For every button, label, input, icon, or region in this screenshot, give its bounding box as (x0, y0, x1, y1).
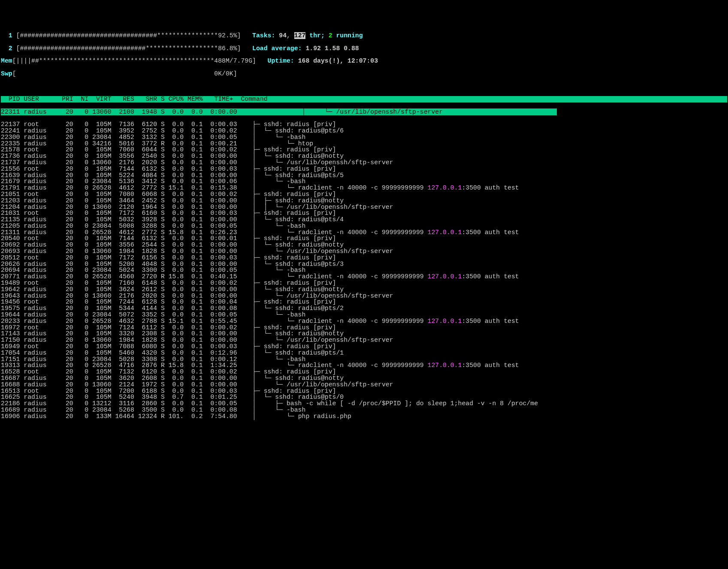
process-row[interactable]: 20692 radius 20 0 105M 3556 2544 S 0.0 0… (1, 242, 727, 248)
process-row[interactable]: 21556 root 20 0 105M 7144 6132 S 0.0 0.1… (1, 166, 727, 172)
process-row[interactable]: 21203 radius 20 0 105M 3464 2452 S 0.0 0… (1, 198, 727, 204)
blank-line (1, 83, 727, 90)
process-row[interactable]: 21135 radius 20 0 105M 5032 3928 S 0.0 0… (1, 217, 727, 223)
selected-command: │ └─ /usr/lib/openssh/sftp-server (241, 108, 557, 115)
process-row[interactable]: 21051 root 20 0 105M 7080 6068 S 0.0 0.1… (1, 191, 727, 198)
process-row[interactable]: 19642 radius 20 0 105M 3624 2612 S 0.0 0… (1, 286, 727, 293)
htop-screen[interactable]: 1 [####################################*… (1, 26, 727, 426)
process-row[interactable]: 20512 root 20 0 105M 7172 6156 S 0.0 0.1… (1, 255, 727, 261)
process-row[interactable]: 21791 radius 20 0 26528 4612 2772 S 15.1… (1, 185, 727, 191)
process-row[interactable]: 19489 root 20 0 105M 7160 6148 S 0.0 0.1… (1, 280, 727, 286)
process-row[interactable]: 22241 radius 20 0 105M 3952 2752 S 0.0 0… (1, 128, 727, 134)
process-row[interactable]: 22300 radius 20 0 23084 4852 3132 S 0.0 … (1, 134, 727, 141)
process-row[interactable]: 17150 radius 20 0 13060 1984 1828 S 0.0 … (1, 337, 727, 343)
process-row[interactable]: 16689 radius 20 0 23084 5268 3500 S 0.0 … (1, 407, 727, 413)
process-row[interactable]: 20693 radius 20 0 13060 1984 1828 S 0.0 … (1, 248, 727, 255)
process-row[interactable]: 22137 root 20 0 105M 7136 6120 S 0.0 0.1… (1, 121, 727, 128)
process-row[interactable]: 20233 radius 20 0 26528 4632 2788 S 15.1… (1, 318, 727, 325)
process-row[interactable]: 16625 radius 20 0 105M 5240 3948 S 0.7 0… (1, 394, 727, 400)
swp-meter: Swp[ 0K/0K] (1, 71, 727, 77)
process-row[interactable]: 21736 radius 20 0 105M 3556 2540 S 0.0 0… (1, 153, 727, 160)
process-row[interactable]: 19313 radius 20 0 26528 4716 2876 R 15.8… (1, 362, 727, 369)
process-row[interactable]: 21578 root 20 0 105M 7060 6044 S 0.0 0.1… (1, 147, 727, 153)
process-row[interactable]: 20771 radius 20 0 26528 4560 2720 R 15.8… (1, 274, 727, 280)
process-row[interactable]: 16528 root 20 0 105M 7132 6120 S 0.0 0.1… (1, 369, 727, 375)
cpu2-meter: 2 [#################################****… (1, 45, 727, 52)
process-row[interactable]: 16906 radius 20 0 133M 16464 12324 R 101… (1, 413, 727, 420)
process-row[interactable]: 16949 root 20 0 105M 7088 6080 S 0.0 0.1… (1, 343, 727, 350)
process-row[interactable]: 21679 radius 20 0 23084 5136 3412 S 0.0 … (1, 178, 727, 185)
mem-meter: Mem[||||##******************************… (1, 58, 727, 64)
process-row[interactable]: 22186 radius 20 0 13212 3116 2860 S 0.0 … (1, 400, 727, 407)
selected-row[interactable]: 22311 radius 20 0 13060 2100 1948 S 0.0 … (1, 109, 727, 115)
process-row[interactable]: 16688 radius 20 0 13060 2124 1972 S 0.0 … (1, 382, 727, 388)
process-row[interactable]: 17143 radius 20 0 105M 3320 2308 S 0.0 0… (1, 331, 727, 337)
process-row[interactable]: 19644 radius 20 0 23084 5072 3352 S 0.0 … (1, 312, 727, 318)
column-headers[interactable]: PID USER PRI NI VIRT RES SHR S CPU% MEM%… (1, 96, 727, 102)
process-row[interactable]: 21031 root 20 0 105M 7172 6160 S 0.0 0.1… (1, 210, 727, 217)
process-row[interactable]: 21205 radius 20 0 23084 5008 3288 S 0.0 … (1, 223, 727, 229)
process-list[interactable]: 22137 root 20 0 105M 7136 6120 S 0.0 0.1… (1, 121, 727, 419)
process-row[interactable]: 19575 radius 20 0 105M 5344 4144 S 0.0 0… (1, 305, 727, 312)
cpu1-meter: 1 [####################################*… (1, 33, 727, 39)
process-row[interactable]: 21737 radius 20 0 13060 2176 2020 S 0.0 … (1, 160, 727, 166)
process-row[interactable]: 16687 radius 20 0 105M 3620 2608 S 0.0 0… (1, 375, 727, 382)
process-row[interactable]: 17054 radius 20 0 105M 5460 4320 S 0.0 0… (1, 350, 727, 356)
